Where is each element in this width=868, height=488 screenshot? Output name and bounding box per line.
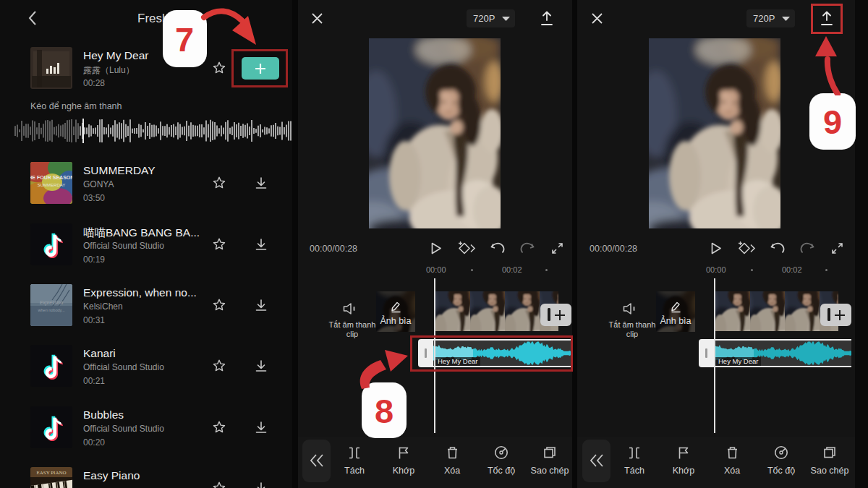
svg-text:EASY PIANO: EASY PIANO [36, 470, 66, 476]
